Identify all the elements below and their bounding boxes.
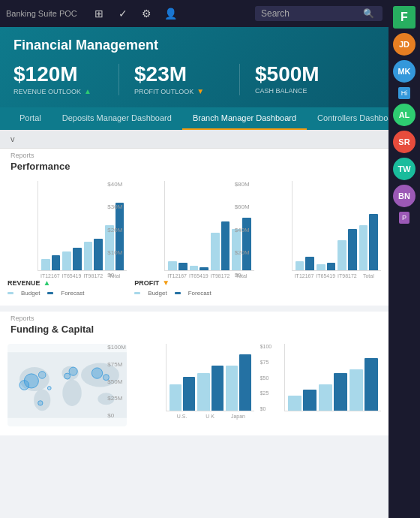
p-label[interactable]: P <box>399 212 410 224</box>
main-content: Banking Suite POC ⊞ ✓ ⚙ 👤 🔍 Financial Ma… <box>0 0 388 518</box>
bar-forecast-us <box>183 377 195 411</box>
fab-button[interactable]: F <box>393 6 416 29</box>
nav-tabs: Portal Deposits Manager Dashboard Branch… <box>0 107 388 130</box>
bar-forecast <box>94 239 103 270</box>
tab-controllers[interactable]: Controllers Dashboard <box>307 107 388 130</box>
bar-budget <box>190 266 199 270</box>
bar-budget <box>296 261 304 270</box>
funding-third-area <box>284 344 381 411</box>
avatar-6[interactable]: BN <box>393 185 416 207</box>
svg-point-11 <box>69 367 77 375</box>
avatar-3[interactable]: AL <box>393 104 416 126</box>
kpi-profit-label: PROFIT OUTLOOK ▼ <box>134 87 224 95</box>
third-chart-area <box>292 181 381 271</box>
bar-forecast <box>52 255 61 270</box>
forecast-legend-label: Forecast <box>61 290 84 297</box>
topbar: Banking Suite POC ⊞ ✓ ⚙ 👤 🔍 <box>0 0 388 27</box>
nav-icons: ⊞ ✓ ⚙ 👤 <box>91 5 179 22</box>
right-sidebar: F JD MK Hi AL SR TW BN P <box>388 0 420 518</box>
funding-bar-chart: $100M$75M$50M$25M$0 <box>134 344 254 426</box>
bar-budget <box>41 259 50 270</box>
profit-metric-label: PROFIT ▼ <box>134 279 254 287</box>
tab-deposits[interactable]: Deposits Manager Dashboard <box>52 107 182 130</box>
reports-label-2: Reports <box>10 315 378 322</box>
avatar-1[interactable]: JD <box>393 33 416 56</box>
section-view-label: v <box>10 134 15 143</box>
forecast-legend-dot-p <box>175 292 181 294</box>
divider-1 <box>0 306 388 312</box>
profit-down-icon: ▼ <box>162 279 170 287</box>
avatar-2[interactable]: MK <box>393 60 416 83</box>
bar-group-t3 <box>338 229 356 270</box>
bar-budget <box>211 233 220 270</box>
bar-group-t2 <box>316 263 335 270</box>
tab-branch[interactable]: Branch Manager Dashboard <box>182 107 307 130</box>
funding-x-labels: U.S. U K Japan <box>166 414 254 419</box>
svg-point-15 <box>47 387 51 390</box>
bar-budget-japan <box>226 366 238 411</box>
kpi-cash-label: CASH BALANCE <box>255 87 345 95</box>
bar-forecast <box>73 248 82 270</box>
reports-section-header: Reports Performance <box>0 149 388 175</box>
bar-forecast <box>369 214 378 270</box>
bar-group-t1 <box>296 257 314 270</box>
bar-budget-f3 <box>350 369 363 411</box>
avatar-5[interactable]: TW <box>393 158 416 180</box>
profit-trend-icon: ▼ <box>196 87 204 95</box>
third-y-labels: $80M$60M$40M$20M$0 <box>235 181 250 279</box>
profit-legend: Budget Forecast <box>134 290 254 297</box>
budget-legend-dot-p <box>134 292 140 294</box>
budget-legend-label-p: Budget <box>148 290 166 297</box>
revenue-trend-icon: ▲ <box>84 87 92 95</box>
kpi-profit-value: $23M <box>134 64 224 85</box>
user-icon[interactable]: 👤 <box>163 5 179 22</box>
bar-forecast <box>200 267 208 270</box>
gear-icon[interactable]: ⚙ <box>139 5 155 22</box>
bar-forecast-f3 <box>364 358 378 411</box>
budget-legend-dot <box>8 292 14 294</box>
bar-forecast <box>221 221 230 270</box>
avatar-4[interactable]: SR <box>393 131 416 153</box>
kpi-revenue-label: REVENUE OUTLOOK ▲ <box>14 87 104 95</box>
bar-forecast <box>327 263 336 270</box>
bar-forecast <box>178 263 188 270</box>
bar-budget-uk <box>197 373 209 411</box>
check-icon[interactable]: ✓ <box>115 5 131 22</box>
profit-y-labels: $40M$30M$20M$10M$0 <box>107 181 122 279</box>
funding-third-chart: $100$75$50$25$0 <box>262 344 381 426</box>
hi-label[interactable]: Hi <box>398 87 411 99</box>
bar-group-f3 <box>350 358 378 411</box>
funding-charts: $100M$75M$50M$25M$0 <box>0 338 388 435</box>
bar-group-1 <box>41 255 60 270</box>
bar-budget <box>316 264 326 270</box>
funding-chart-area <box>166 344 254 411</box>
funding-y-labels: $100M$75M$50M$25M$0 <box>107 344 125 419</box>
bar-group-p2 <box>190 266 208 270</box>
bar-forecast <box>305 257 314 270</box>
revenue-legend: Budget Forecast <box>8 290 127 297</box>
revenue-up-icon: ▲ <box>44 279 51 287</box>
tab-portal[interactable]: Portal <box>9 107 52 130</box>
search-input[interactable] <box>261 8 358 19</box>
hero-title: Financial Management <box>14 38 375 53</box>
funding-title: Funding & Capital <box>10 322 378 338</box>
section-bar: v <box>0 130 388 149</box>
kpi-cash: $500M CASH BALANCE <box>255 64 360 95</box>
bar-group-ttotal <box>359 214 378 270</box>
kpi-row: $120M REVENUE OUTLOOK ▲ $23M PROFIT OUTL… <box>14 64 375 95</box>
svg-point-12 <box>92 368 102 378</box>
bar-budget <box>359 225 368 270</box>
bar-forecast-uk <box>212 366 224 411</box>
reports-label: Reports <box>10 152 378 159</box>
grid-icon[interactable]: ⊞ <box>91 5 107 22</box>
svg-point-4 <box>62 380 81 406</box>
forecast-legend-dot <box>47 292 53 294</box>
bar-group-f1 <box>288 390 316 411</box>
bar-forecast-japan <box>239 354 251 411</box>
svg-point-2 <box>34 390 50 411</box>
bar-forecast-f2 <box>334 373 347 411</box>
bar-budget-f2 <box>319 384 332 411</box>
kpi-cash-value: $500M <box>255 64 345 85</box>
performance-title: Performance <box>10 159 378 175</box>
search-bar: 🔍 <box>255 6 382 21</box>
